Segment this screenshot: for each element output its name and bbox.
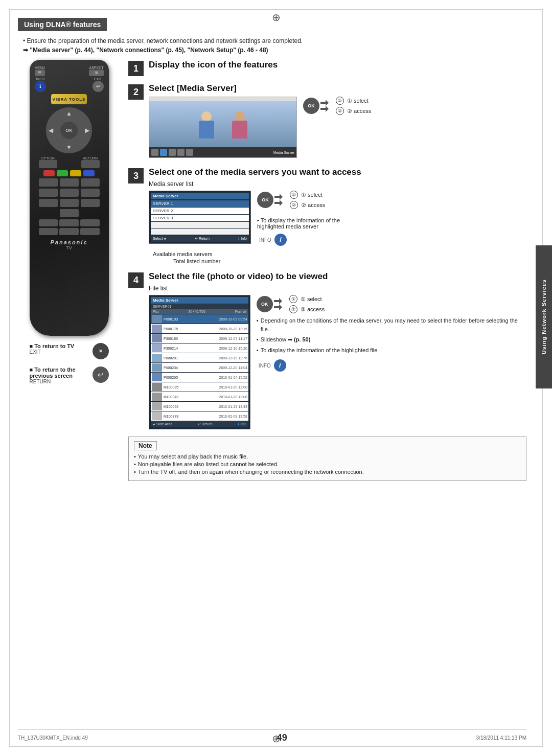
step4-select-label: ① ① select bbox=[289, 295, 325, 303]
green-btn[interactable] bbox=[57, 170, 68, 176]
step3-info-icon-row: INFO i bbox=[259, 234, 359, 246]
num-9[interactable] bbox=[81, 199, 100, 207]
step-2-ok-area: OK ① bbox=[303, 97, 371, 115]
viera-tools-label: VIERA TOOLS bbox=[53, 97, 86, 102]
bottom-btn-6[interactable] bbox=[80, 228, 100, 235]
note-3: • To display the information of the high… bbox=[257, 346, 526, 355]
num-4[interactable] bbox=[39, 189, 58, 197]
red-btn[interactable] bbox=[43, 170, 55, 176]
page-number: 49 bbox=[277, 732, 287, 743]
bottom-btn-1[interactable] bbox=[39, 219, 58, 226]
circle-2-3: ② bbox=[290, 201, 298, 209]
menu-btn[interactable]: ☰ bbox=[35, 70, 45, 76]
dpad-up[interactable]: ▲ bbox=[66, 110, 72, 117]
tv-label: TV bbox=[35, 245, 104, 250]
step-4-layout: Media Server SERVER01 Pict 36×40/756 For… bbox=[149, 295, 526, 429]
num-6[interactable] bbox=[81, 189, 100, 197]
step3-left: Media Server SERVER 1 SERVER 2 SERVER 3 bbox=[149, 191, 251, 264]
aspect-btn[interactable]: ⊞ bbox=[89, 70, 103, 76]
step-3-number: 3 bbox=[128, 168, 144, 184]
num-7[interactable] bbox=[39, 199, 58, 207]
blue-btn[interactable] bbox=[83, 170, 95, 176]
intro-text-2: ➡ "Media server" (p. 44), "Network conne… bbox=[23, 47, 526, 54]
step-3-content: Select one of the media servers you want… bbox=[149, 167, 526, 264]
bottom-btn-2[interactable] bbox=[59, 219, 79, 226]
circle-2-4: ② bbox=[289, 305, 297, 313]
exit-group: EXIT ↩ bbox=[93, 77, 104, 92]
exit-button[interactable]: ✕ bbox=[93, 343, 109, 359]
step4-access-label: ② ② access bbox=[289, 305, 325, 313]
dpad-left[interactable]: ◀ bbox=[49, 127, 53, 134]
step-3-layout: Media Server SERVER 1 SERVER 2 SERVER 3 bbox=[149, 191, 526, 264]
bottom-btn-5[interactable] bbox=[59, 228, 79, 235]
step-2-number: 2 bbox=[128, 84, 144, 100]
step3-labels: ① ① select ② ② access bbox=[290, 191, 325, 209]
ms-info-btn: ℹ Info bbox=[238, 237, 247, 241]
dpad-down[interactable]: ▼ bbox=[66, 144, 72, 151]
exit-btn[interactable]: ↩ bbox=[93, 81, 104, 92]
fl-row-4: P000201 2009-12-19 12:76 bbox=[151, 353, 248, 362]
remote-control: MENU ☰ ASPECT ⊞ INFO ℹ EXIT bbox=[30, 60, 109, 336]
ok-btn-step3: OK bbox=[257, 192, 273, 208]
step3-select-label: ① ① select bbox=[290, 191, 325, 199]
num-8[interactable] bbox=[60, 199, 79, 207]
return-icon: ↩ bbox=[98, 371, 104, 379]
return-button[interactable]: ↩ bbox=[93, 366, 109, 383]
fl-thumb-8 bbox=[152, 393, 162, 401]
bottom-btn-4[interactable] bbox=[39, 228, 58, 235]
person-2-head bbox=[235, 111, 245, 122]
step-2-content: Select [Media Server] bbox=[149, 83, 526, 160]
num-0[interactable] bbox=[60, 209, 79, 217]
fl-name-1: P000175 bbox=[164, 327, 218, 331]
header-banner: Using DLNA® features bbox=[18, 18, 107, 31]
info-btn[interactable]: ℹ bbox=[35, 81, 46, 92]
color-btns bbox=[35, 170, 104, 176]
toolbar-icon-2 bbox=[160, 149, 167, 156]
fl-date-1: 2009-10-20 13:15 bbox=[219, 327, 247, 331]
fl-name-4: P000201 bbox=[164, 356, 218, 360]
fl-name-5: P000234 bbox=[164, 366, 218, 370]
option-group: OPTION bbox=[39, 156, 57, 168]
dpad[interactable]: ▲ ▼ ◀ ▶ OK bbox=[46, 107, 92, 153]
remote-info-exit-row: INFO ℹ EXIT ↩ bbox=[35, 77, 104, 92]
yellow-btn[interactable] bbox=[70, 170, 81, 176]
viera-tools-btn[interactable]: VIERA TOOLS bbox=[51, 94, 87, 104]
return-btn[interactable] bbox=[81, 160, 100, 168]
fl-row-6: P000265 2010-01-04 15:52 bbox=[151, 373, 248, 382]
bullet: • bbox=[257, 217, 261, 223]
ok-btn[interactable]: OK bbox=[60, 122, 78, 139]
fl-row-2: P300180 2009-12-07 11:17 bbox=[151, 334, 248, 343]
num-2[interactable] bbox=[60, 178, 79, 187]
step-1-content: Display the icon of the features bbox=[149, 60, 526, 73]
footer-timestamp: 3/18/2011 4:11:13 PM bbox=[476, 735, 526, 741]
person-2-body bbox=[232, 121, 247, 139]
bullet-1: • bbox=[257, 316, 259, 333]
fl-server-name: SERVER01 bbox=[151, 304, 248, 309]
return-section: ■ To return to TV EXIT ✕ ■ To return to … bbox=[30, 343, 109, 384]
total-listed-label: Total listed number bbox=[173, 258, 251, 264]
fl-row-0: P000103 2009-10-05 09:54 bbox=[151, 314, 248, 324]
dpad-right[interactable]: ▶ bbox=[85, 127, 89, 134]
person-2 bbox=[228, 111, 251, 147]
num-5[interactable] bbox=[60, 189, 79, 197]
avail-servers-label: Available media servers bbox=[153, 251, 251, 257]
fl-thumb-1 bbox=[152, 325, 162, 333]
toolbar-icon-5 bbox=[186, 149, 193, 156]
info-icon-4: i bbox=[274, 359, 286, 372]
note-title: Note bbox=[134, 441, 157, 450]
note-item-1: • You may select and play back the music… bbox=[134, 453, 521, 460]
num-3[interactable] bbox=[81, 178, 100, 187]
note-2: • Slideshow ➡ (p. 50) bbox=[257, 335, 526, 344]
remote-column: MENU ☰ ASPECT ⊞ INFO ℹ EXIT bbox=[18, 60, 120, 481]
svg-marker-4 bbox=[274, 298, 282, 304]
step4-info-label: INFO bbox=[259, 363, 271, 369]
fl-thumb-3 bbox=[152, 344, 162, 352]
num-1[interactable] bbox=[39, 178, 58, 187]
bottom-btn-3[interactable] bbox=[80, 219, 100, 226]
info-group: INFO ℹ bbox=[35, 77, 46, 92]
person-1-body bbox=[199, 121, 214, 139]
ms-empty-1 bbox=[151, 222, 249, 228]
step-3-subtitle: Media server list bbox=[149, 180, 526, 188]
option-btn[interactable] bbox=[39, 160, 57, 168]
fl-thumb-6 bbox=[152, 373, 162, 381]
